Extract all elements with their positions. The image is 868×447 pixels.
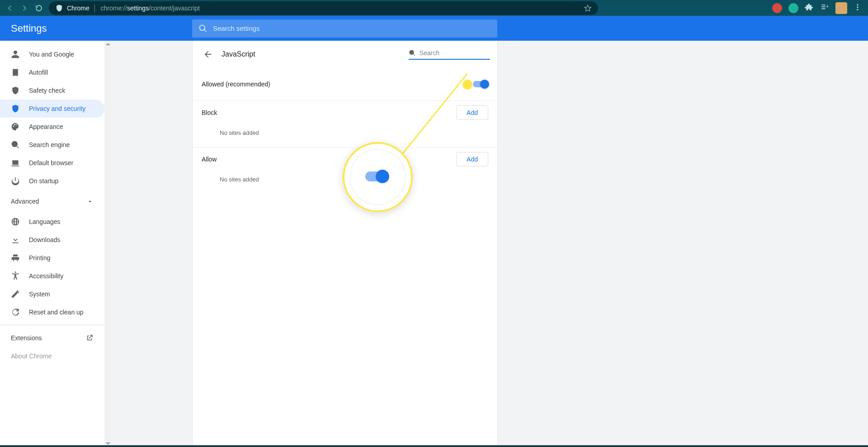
sidebar-item-default[interactable]: Default browser	[0, 154, 104, 172]
sidebar-divider	[0, 325, 104, 325]
nav-forward-button[interactable]	[17, 1, 32, 15]
sidebar-item-safety[interactable]: Safety check	[0, 81, 104, 100]
profile-avatar[interactable]	[835, 2, 847, 14]
chevron-up-icon	[86, 198, 94, 205]
allow-section-header: Allow Add	[193, 147, 497, 171]
back-button[interactable]	[200, 46, 216, 62]
sidebar-item-label: System	[29, 290, 50, 298]
sidebar-item-label: Privacy and security	[29, 105, 85, 112]
extensions-menu-button[interactable]	[805, 3, 814, 13]
sidebar-item-label: Downloads	[29, 236, 60, 243]
settings-body: You and Google Autofill Safety check Pri…	[0, 41, 868, 447]
allowed-label: Allowed (recommended)	[202, 81, 270, 88]
scheme-label: Chrome	[67, 5, 90, 12]
allow-section-label: Allow	[202, 156, 217, 163]
sidebar-item-autofill[interactable]: Autofill	[0, 63, 104, 81]
sidebar-item-label: Accessibility	[29, 272, 63, 280]
sidebar-advanced-toggle[interactable]: Advanced	[0, 190, 104, 213]
settings-search-input[interactable]	[213, 24, 491, 32]
sidebar: You and Google Autofill Safety check Pri…	[0, 41, 104, 447]
nav-reload-button[interactable]	[32, 1, 46, 15]
taskbar-sliver	[0, 445, 868, 447]
sidebar-advanced-label: Advanced	[11, 198, 39, 205]
allow-empty-text: No sites added	[193, 171, 497, 194]
content-search[interactable]	[409, 49, 490, 60]
external-link-icon	[85, 334, 94, 342]
sidebar-item-appearance[interactable]: Appearance	[0, 118, 104, 136]
svg-point-2	[857, 9, 859, 10]
sidebar-item-label: Safety check	[29, 87, 65, 94]
allow-add-button[interactable]: Add	[456, 152, 488, 166]
block-section-label: Block	[202, 109, 217, 116]
sidebar-item-accessibility[interactable]: Accessibility	[0, 267, 104, 285]
allowed-row: Allowed (recommended)	[193, 68, 497, 100]
block-add-button[interactable]: Add	[456, 105, 488, 120]
allowed-toggle[interactable]	[473, 81, 488, 87]
content-gutter-right	[498, 41, 868, 447]
svg-point-1	[857, 7, 859, 8]
sidebar-item-label: You and Google	[29, 51, 74, 58]
settings-title: Settings	[0, 23, 192, 34]
block-section-header: Block Add	[193, 100, 497, 124]
site-info-icon	[55, 4, 63, 12]
content-header: JavaScript	[193, 41, 497, 68]
settings-search[interactable]	[192, 19, 497, 38]
browser-toolbar: Chrome │ chrome://settings/content/javas…	[0, 0, 868, 16]
sidebar-item-label: Appearance	[29, 123, 63, 130]
extension-icon-2[interactable]	[788, 3, 798, 13]
sidebar-column: You and Google Autofill Safety check Pri…	[0, 41, 112, 447]
scroll-up-icon	[106, 42, 110, 47]
content-search-input[interactable]	[420, 49, 490, 57]
reading-list-icon[interactable]	[820, 3, 829, 13]
sidebar-extensions-label: Extensions	[11, 334, 42, 342]
svg-point-0	[857, 4, 859, 5]
content-card: JavaScript Allowed (recommended) Block A…	[192, 41, 498, 447]
sidebar-item-label: Search engine	[29, 141, 70, 148]
sidebar-item-label: Reset and clean up	[29, 309, 84, 316]
sidebar-scrollbar[interactable]	[104, 41, 112, 447]
block-empty-text: No sites added	[193, 124, 497, 147]
sidebar-item-label: Languages	[29, 218, 60, 225]
nav-back-button[interactable]	[3, 1, 17, 15]
content-title: JavaScript	[222, 50, 255, 58]
sidebar-item-system[interactable]: System	[0, 285, 104, 303]
sidebar-item-label: Default browser	[29, 159, 73, 166]
sidebar-item-downloads[interactable]: Downloads	[0, 231, 104, 249]
content-gutter-left	[112, 41, 192, 447]
sidebar-item-label: Printing	[29, 254, 50, 262]
search-icon	[198, 24, 208, 33]
bookmark-star-icon[interactable]	[584, 4, 592, 12]
sidebar-item-label: Autofill	[29, 69, 48, 76]
chrome-menu-button[interactable]	[854, 3, 862, 13]
sidebar-about-link[interactable]: About Chrome	[0, 347, 104, 360]
search-icon	[409, 49, 416, 57]
sidebar-item-printing[interactable]: Printing	[0, 249, 104, 267]
address-bar[interactable]: Chrome │ chrome://settings/content/javas…	[49, 1, 598, 15]
sidebar-item-languages[interactable]: Languages	[0, 213, 104, 231]
sidebar-extensions-link[interactable]: Extensions	[0, 329, 104, 347]
sidebar-item-label: On startup	[29, 177, 58, 185]
extension-icon-1[interactable]	[772, 3, 782, 13]
sidebar-item-you[interactable]: You and Google	[0, 45, 104, 63]
sidebar-item-privacy[interactable]: Privacy and security	[0, 100, 104, 118]
sidebar-item-startup[interactable]: On startup	[0, 172, 104, 190]
sidebar-item-search[interactable]: Search engine	[0, 136, 104, 154]
settings-header: Settings	[0, 16, 868, 41]
sidebar-item-reset[interactable]: Reset and clean up	[0, 303, 104, 321]
